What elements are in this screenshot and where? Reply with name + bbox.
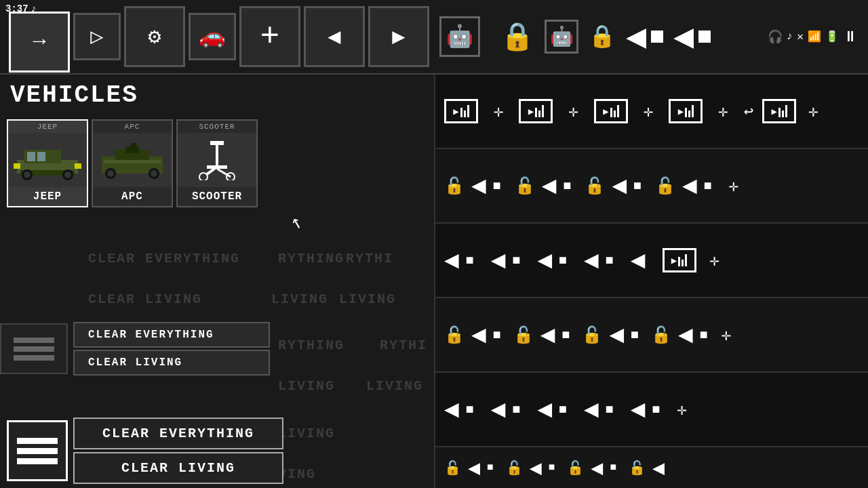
undo-r2[interactable]: ↩ — [744, 102, 753, 121]
pause-btn[interactable]: ⏸ — [843, 28, 858, 46]
tri-r4-4[interactable]: ◀ — [584, 245, 599, 275]
big-play-area[interactable]: 🤖 — [439, 16, 480, 57]
plus-button[interactable]: + — [239, 6, 300, 67]
wifi-icon: 📶 — [808, 30, 821, 43]
jeep-name: JEEP — [8, 187, 87, 206]
clear-everything-btn-1[interactable]: CLEAR EVERYTHING — [73, 322, 270, 348]
gear-button[interactable]: ⚙ — [124, 6, 185, 67]
arrow-button[interactable]: ▷ — [73, 13, 121, 60]
tri-r6-1[interactable]: ◀ — [444, 394, 459, 424]
lock-btn-1[interactable]: 🔒 — [497, 9, 538, 64]
tri-r5-4[interactable]: ◀ — [678, 320, 693, 350]
tri-r7-2[interactable]: ◀ — [530, 455, 542, 481]
ghost-rythi-2: RYTHI — [380, 338, 427, 353]
sq-r5-2: ■ — [561, 327, 570, 343]
tri-lock-1: 🔓 — [444, 176, 465, 196]
play-big-1[interactable]: ◀ — [626, 16, 646, 58]
play-box-r2-4[interactable]: ▶ — [669, 99, 703, 123]
tri-lock-2: 🔓 — [515, 176, 535, 196]
clear-living-btn-1[interactable]: CLEAR LIVING — [73, 350, 270, 375]
tri-r7-1[interactable]: ◀ — [468, 455, 480, 481]
play-box-r2-5[interactable]: ▶ — [762, 99, 796, 123]
svg-point-18 — [151, 170, 157, 177]
move-r3: ✛ — [729, 176, 738, 196]
sq-r7-1: ■ — [487, 462, 494, 474]
forward-button[interactable]: → — [9, 12, 70, 73]
play-right-icon: ▶ — [392, 23, 405, 50]
ghost-living-1: LIVING — [271, 291, 328, 307]
svg-point-4 — [24, 171, 31, 178]
clear-everything-bottom[interactable]: CLEAR EVERYTHING — [73, 418, 283, 449]
play-box-r4[interactable]: ▶ — [663, 248, 696, 272]
svg-rect-19 — [104, 160, 161, 163]
move-r2-3: ✛ — [644, 102, 653, 121]
ghost-living-3: LIVING — [278, 378, 335, 394]
sq-r6-1: ■ — [466, 402, 474, 418]
play-left-button[interactable]: ◀ — [304, 6, 365, 67]
play-box-r2-1[interactable]: ▶ — [444, 99, 478, 123]
apc-label-top: APC — [93, 121, 172, 133]
battery-icon: 🔋 — [825, 30, 839, 43]
tri-r7-4[interactable]: ◀ — [652, 455, 665, 481]
tri-r5-lock-1: 🔓 — [444, 325, 465, 345]
apc-image — [93, 133, 172, 187]
tri-lock-3: 🔓 — [585, 176, 605, 196]
sq-r5-1: ■ — [493, 327, 501, 343]
ghost-clear-everything-1: CLEAR EVERYTHING — [88, 251, 240, 266]
vehicles-grid: JEEP — [0, 116, 285, 211]
ghost-living-2: LIVING — [339, 291, 396, 307]
svg-rect-10 — [75, 163, 81, 169]
tri-r6-4[interactable]: ◀ — [584, 394, 599, 424]
tri-r6-3[interactable]: ◀ — [537, 394, 552, 424]
gear-icon: ⚙ — [148, 23, 161, 50]
tri-r4-5[interactable]: ◀ — [631, 245, 646, 275]
tri-r5-1[interactable]: ◀ — [471, 320, 486, 350]
tri-r4-2[interactable]: ◀ — [491, 245, 506, 275]
tri-r4-1[interactable]: ◀ — [444, 245, 459, 275]
vehicle-card-scooter[interactable]: SCOOTER SCOOTER — [176, 119, 258, 207]
tri-1[interactable]: ◀ — [471, 171, 486, 201]
svg-point-23 — [199, 173, 208, 180]
clear-living-bottom[interactable]: CLEAR LIVING — [73, 452, 283, 484]
sq-3: ■ — [633, 178, 642, 194]
tri-r7-lock-3: 🔓 — [567, 460, 584, 476]
tri-3[interactable]: ◀ — [612, 171, 627, 201]
sq-r6-5: ■ — [652, 402, 660, 418]
play-box-r2-3[interactable]: ▶ — [594, 99, 628, 123]
vehicle-card-apc[interactable]: APC APC — [92, 119, 173, 207]
play-right-button[interactable]: ▶ — [368, 6, 429, 67]
sys-icon-2: ✕ — [797, 30, 804, 43]
plus-icon: + — [260, 18, 280, 55]
tri-r6-2[interactable]: ◀ — [491, 394, 506, 424]
tri-r5-2[interactable]: ◀ — [540, 320, 555, 350]
play-left-icon: ◀ — [328, 23, 340, 50]
face-icon: 🤖 — [446, 23, 473, 50]
sq-r4-1: ■ — [466, 253, 474, 268]
tri-4[interactable]: ◀ — [682, 171, 697, 201]
vehicles-section: VEHICLES JEEP — [0, 75, 285, 211]
sq-big-2 — [698, 30, 711, 43]
tri-r5-lock-4: 🔓 — [651, 325, 671, 345]
tri-2[interactable]: ◀ — [542, 171, 557, 201]
scooter-label-top: SCOOTER — [178, 121, 256, 133]
sq-big-1 — [651, 30, 663, 43]
tri-r5-3[interactable]: ◀ — [609, 320, 624, 350]
vehicle-card-jeep[interactable]: JEEP — [7, 119, 88, 207]
time-text: 3:37 — [5, 3, 28, 14]
vehicle-button[interactable]: 🚗 — [189, 13, 236, 60]
lock-icon-2: 🔒 — [589, 23, 616, 50]
play-box-r2-2[interactable]: ▶ — [519, 99, 553, 123]
svg-rect-8 — [37, 152, 45, 161]
move-r2-5: ✛ — [808, 102, 818, 121]
jeep-image — [8, 133, 87, 187]
tri-r6-5[interactable]: ◀ — [631, 394, 646, 424]
arrow-icon: ▷ — [90, 23, 103, 50]
apc-name: APC — [93, 187, 172, 206]
play-big-2[interactable]: ◀ — [673, 16, 694, 58]
tri-r4-3[interactable]: ◀ — [537, 245, 552, 275]
big-play-area-2[interactable]: 🤖 — [545, 20, 578, 54]
tri-r7-lock-1: 🔓 — [444, 460, 461, 476]
tri-r7-3[interactable]: ◀ — [591, 455, 603, 481]
lock-btn-2[interactable]: 🔒 — [585, 13, 619, 60]
tri-lock-4: 🔓 — [655, 176, 675, 196]
